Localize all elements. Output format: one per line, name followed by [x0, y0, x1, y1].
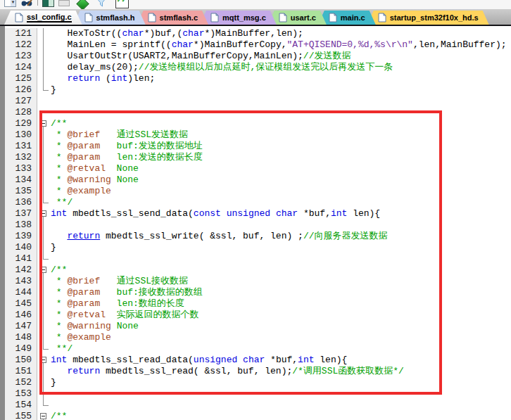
code-text: return mbedtls_ssl_read( &ssl, buf, len)…	[51, 366, 404, 377]
code-line[interactable]: 130 * @brief 通过SSL发送数据	[5, 129, 507, 141]
code-text: /**	[51, 265, 67, 276]
fold-toggle-icon[interactable]	[40, 120, 46, 127]
code-line[interactable]: 121 HexToStr((char*)buf,(char*)MainBuffe…	[5, 28, 507, 39]
code-line[interactable]: 125 return (int)len;	[5, 73, 507, 84]
code-line[interactable]: 127	[5, 96, 507, 107]
code-line[interactable]: 148 * @example	[5, 332, 507, 343]
fold-line	[43, 388, 44, 400]
manage-items-icon[interactable]: ✓✓	[115, 0, 129, 8]
code-line[interactable]: 136 **/	[5, 197, 507, 208]
code-segment	[270, 208, 276, 219]
code-segment: None	[111, 321, 139, 331]
fold-end-icon	[43, 259, 49, 260]
fold-end-icon	[43, 405, 49, 406]
code-segment: UsartOutStr(USART2,MainBufferCopy,MainLe…	[51, 51, 303, 61]
tab-label: mqtt_msg.c	[222, 13, 266, 22]
fold-line	[43, 298, 44, 310]
fold-margin	[37, 400, 51, 411]
code-editor[interactable]: 121 HexToStr((char*)buf,(char*)MainBuffe…	[0, 26, 511, 420]
code-line[interactable]: 144 * @param buf:接收数据的数组	[5, 287, 507, 298]
code-segment: *)MainBuffer,len);	[204, 28, 303, 39]
tab-stmflash-h[interactable]: stmflash.h	[74, 11, 146, 25]
tab-main-c[interactable]: main.c	[318, 11, 376, 25]
code-line[interactable]: 146 * @retval 实际返回的数据个数	[5, 310, 507, 321]
code-line[interactable]: 145 * @param len:数组的长度	[5, 298, 507, 310]
tab-mqtt-msg-c[interactable]: mqtt_msg.c	[200, 11, 277, 25]
fold-toggle-icon[interactable]	[40, 267, 46, 273]
tab-usart-c[interactable]: usart.c	[268, 11, 327, 25]
line-number: 127	[5, 96, 37, 107]
code-segment: int	[51, 355, 67, 365]
fold-toggle-icon[interactable]	[40, 413, 46, 419]
code-line[interactable]: 152}	[5, 377, 507, 388]
fold-margin	[37, 107, 51, 118]
code-line[interactable]: 141	[5, 253, 507, 265]
fold-line	[43, 152, 44, 163]
code-line[interactable]: 138	[5, 219, 507, 231]
code-text: * @param len:数组的长度	[51, 298, 184, 310]
fold-margin	[37, 332, 51, 343]
diamond-icon[interactable]	[78, 0, 87, 8]
fold-line	[43, 62, 44, 73]
code-segment: return	[67, 231, 100, 241]
code-text: }	[51, 84, 56, 96]
dropdown-select[interactable]: ▾	[4, 0, 16, 7]
code-segment: char	[122, 28, 144, 39]
code-segment: @warning	[67, 321, 111, 331]
code-line[interactable]: 147 * @warning None	[5, 321, 507, 332]
code-line[interactable]: 122 MainLen = sprintf((char*)MainBufferC…	[5, 39, 507, 51]
fold-margin	[37, 84, 51, 96]
filter-icon[interactable]	[96, 0, 107, 10]
code-line[interactable]: 139 return mbedtls_ssl_write( &ssl, buf,…	[5, 231, 507, 242]
code-segment: buf:接收数据的数组	[100, 287, 203, 298]
code-line[interactable]: 137int mbedtls_ssl_send_data(const unsig…	[5, 208, 507, 219]
line-number: 149	[5, 343, 37, 355]
code-line[interactable]: 129/**	[5, 118, 507, 129]
code-line[interactable]: 140}	[5, 242, 507, 253]
find-in-files-icon[interactable]	[20, 0, 33, 10]
fold-margin	[37, 287, 51, 298]
code-segment: *	[51, 276, 67, 286]
code-line[interactable]: 142/**	[5, 265, 507, 276]
code-line[interactable]: 131 * @param buf:发送的数据地址	[5, 141, 507, 152]
code-segment: char	[243, 355, 265, 365]
fold-margin	[37, 96, 51, 107]
code-line[interactable]: 126}	[5, 84, 507, 96]
tab-stmflash-c[interactable]: stmflash.c	[137, 11, 208, 25]
code-line[interactable]: 123 UsartOutStr(USART2,MainBufferCopy,Ma…	[5, 51, 507, 62]
code-line[interactable]: 151 return mbedtls_ssl_read( &ssl, buf, …	[5, 366, 507, 377]
code-segment: }	[51, 242, 56, 253]
code-text: * @example	[51, 186, 111, 197]
code-line[interactable]: 134 * @warning None	[5, 174, 507, 186]
code-line[interactable]: 155/**	[5, 411, 507, 420]
code-line[interactable]: 150int mbedtls_ssl_read_data(unsigned ch…	[5, 355, 507, 366]
tab-startup-stm32f10x-hd-s[interactable]: startup_stm32f10x_hd.s	[367, 11, 489, 25]
line-number: 137	[5, 208, 37, 219]
code-line[interactable]: 154	[5, 400, 507, 411]
code-line[interactable]: 153	[5, 388, 507, 400]
tab-ssl-config-c[interactable]: ssl_config.c	[4, 11, 82, 25]
fold-line	[43, 310, 44, 321]
code-segment: /*调用SSL函数获取数据*/	[292, 366, 404, 376]
configure-target-icon[interactable]	[42, 0, 54, 7]
code-segment	[51, 73, 67, 84]
window-icon[interactable]	[58, 0, 70, 6]
code-line[interactable]: 149 **/	[5, 343, 507, 355]
code-line[interactable]: 133 * @retval None	[5, 163, 507, 174]
code-segment: //发送数据	[303, 51, 351, 61]
code-line[interactable]: 124 delay_ms(20);//发送给模组以后加点延时,保证模组发送完以后…	[5, 62, 507, 73]
document-icon	[329, 13, 337, 23]
fold-toggle-icon[interactable]	[40, 357, 46, 363]
line-number: 144	[5, 287, 37, 298]
code-segment	[51, 231, 67, 241]
fold-margin	[37, 62, 51, 73]
code-line[interactable]: 132 * @param len:发送的数据长度	[5, 152, 507, 163]
code-line[interactable]: 128	[5, 107, 507, 118]
fold-margin	[37, 141, 51, 152]
code-line[interactable]: 135 * @example	[5, 186, 507, 197]
fold-line	[43, 366, 44, 377]
line-number: 132	[5, 152, 37, 163]
code-line[interactable]: 143 * @brief 通过SSL接收数据	[5, 276, 507, 287]
fold-toggle-icon[interactable]	[40, 210, 46, 217]
fold-line	[43, 84, 44, 90]
